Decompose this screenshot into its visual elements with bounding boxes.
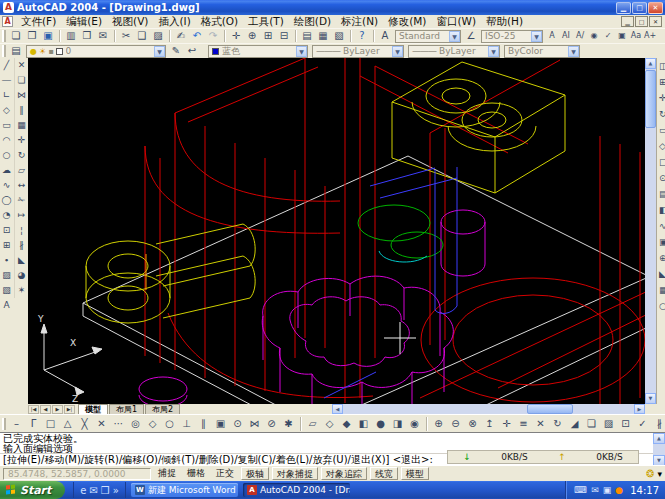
dock-icon-11[interactable]: ∿ bbox=[657, 218, 665, 234]
drawing-canvas[interactable]: Y X Z bbox=[28, 58, 645, 404]
dock-icon-12[interactable]: ▣ bbox=[657, 234, 665, 250]
publish-icon[interactable]: ✉ bbox=[95, 29, 111, 43]
menu-help[interactable]: 帮助(H) bbox=[481, 15, 528, 27]
new-icon[interactable]: ❏ bbox=[8, 29, 24, 43]
spline-icon[interactable]: ∿ bbox=[0, 178, 13, 193]
arc-icon[interactable]: ◠ bbox=[0, 133, 13, 148]
make-block-icon[interactable]: ⊞ bbox=[0, 238, 13, 253]
combo-arrow-icon[interactable]: ▼ bbox=[449, 31, 460, 42]
menu-draw[interactable]: 绘图(D) bbox=[289, 15, 336, 27]
tab-next-button[interactable]: ▶ bbox=[52, 405, 63, 414]
gouraud-edges-icon[interactable]: ◉ bbox=[406, 416, 423, 432]
mtext-icon[interactable]: A bbox=[545, 29, 559, 43]
separate-icon[interactable]: ∦ bbox=[651, 416, 665, 432]
hidden-icon[interactable]: ◆ bbox=[338, 416, 355, 432]
keyboard-icon[interactable]: ⌨ bbox=[574, 485, 587, 495]
move-faces-icon[interactable]: ✛ bbox=[498, 416, 515, 432]
communication-center-icon[interactable]: ❂ bbox=[646, 468, 654, 479]
mdi-close-button[interactable]: ✕ bbox=[649, 16, 662, 27]
snap-insert-icon[interactable]: ▣ bbox=[212, 416, 229, 432]
dock-icon-16[interactable]: ○ bbox=[657, 298, 665, 314]
break-at-point-icon[interactable]: ¦ bbox=[15, 223, 28, 238]
toggle-otrack[interactable]: 对象追踪 bbox=[321, 467, 367, 480]
ellipse-icon[interactable]: ◯ bbox=[0, 193, 13, 208]
linetype-combo[interactable]: ——— ByLayer ▼ bbox=[312, 45, 404, 58]
snap-tangent-icon[interactable]: ○ bbox=[161, 416, 178, 432]
alert-icon[interactable]: ● bbox=[615, 485, 623, 495]
layer-previous-icon[interactable]: ↩ bbox=[184, 44, 200, 58]
status-menu-arrow-icon[interactable]: ▾ bbox=[657, 469, 662, 479]
toggle-polar[interactable]: 极轴 bbox=[241, 467, 269, 480]
spell-check-icon[interactable]: ✓ bbox=[601, 29, 615, 43]
snap-parallel-icon[interactable]: ∥ bbox=[195, 416, 212, 432]
osnap-settings-icon[interactable]: ✱ bbox=[280, 416, 297, 432]
text-style-combo[interactable]: Standard ▼ bbox=[395, 30, 461, 43]
dock-icon-10[interactable]: ◧ bbox=[657, 202, 665, 218]
zoom-realtime-icon[interactable]: ⊕ bbox=[244, 29, 260, 43]
display-icon[interactable]: ▣ bbox=[603, 485, 612, 495]
dim-style-icon[interactable]: ∠ bbox=[463, 29, 479, 43]
horizontal-scrollbar[interactable]: ◀ ▶ bbox=[332, 404, 645, 414]
tab-layout1[interactable]: 布局1 bbox=[109, 404, 144, 414]
open-icon[interactable]: ❐ bbox=[24, 29, 40, 43]
dock-icon-15[interactable]: ▦ bbox=[657, 282, 665, 298]
wireframe-red-part[interactable] bbox=[145, 58, 645, 404]
snap-none-icon[interactable]: ⊘ bbox=[263, 416, 280, 432]
plot-preview-icon[interactable]: ❒ bbox=[79, 29, 95, 43]
tab-model[interactable]: 模型 bbox=[78, 404, 108, 414]
chevron-icon[interactable]: » bbox=[113, 485, 119, 496]
dock-icon-4[interactable]: ↻ bbox=[657, 106, 665, 122]
scale-icon[interactable]: ▱ bbox=[15, 163, 28, 178]
dock-icon-7[interactable]: □ bbox=[657, 154, 665, 170]
single-line-text-icon[interactable]: AI bbox=[559, 29, 573, 43]
color-combo[interactable]: 蓝色 ▼ bbox=[208, 45, 308, 58]
tab-layout2[interactable]: 布局2 bbox=[145, 404, 180, 414]
mail-icon[interactable]: ✉ bbox=[89, 485, 97, 496]
paste-icon[interactable]: ▨ bbox=[150, 29, 166, 43]
redo-icon[interactable]: ↷ bbox=[205, 29, 221, 43]
titlebar[interactable]: A AutoCAD 2004 - [Drawing1.dwg] ▁ □ ✕ bbox=[0, 0, 665, 15]
menu-format[interactable]: 格式(O) bbox=[196, 15, 243, 27]
ellipse-arc-icon[interactable]: ◔ bbox=[0, 208, 13, 223]
dock-icon-6[interactable]: ◇ bbox=[657, 138, 665, 154]
color-faces-icon[interactable]: ▨ bbox=[600, 416, 617, 432]
tab-prev-button[interactable]: ◀ bbox=[40, 405, 51, 414]
clean-icon[interactable]: ✓ bbox=[634, 416, 651, 432]
toggle-osnap[interactable]: 对象捕捉 bbox=[272, 467, 318, 480]
wireframe-3d-icon[interactable]: ◇ bbox=[321, 416, 338, 432]
tool-palettes-icon[interactable]: ▧ bbox=[331, 29, 347, 43]
command-scrollbar[interactable]: ▲ ▼ bbox=[653, 433, 665, 466]
vertical-scrollbar[interactable]: ▲ ▼ bbox=[645, 58, 656, 404]
layer-manager-icon[interactable]: ▤ bbox=[8, 44, 24, 58]
menu-window[interactable]: 窗口(W) bbox=[431, 15, 481, 27]
copy-faces-icon[interactable]: ❏ bbox=[583, 416, 600, 432]
close-button[interactable]: ✕ bbox=[648, 2, 663, 14]
restore-button[interactable]: □ bbox=[632, 2, 647, 14]
menu-modify[interactable]: 修改(M) bbox=[383, 15, 431, 27]
insert-block-icon[interactable]: ⊡ bbox=[0, 223, 13, 238]
gouraud-shaded-icon[interactable]: ● bbox=[372, 416, 389, 432]
properties-icon[interactable]: ▤ bbox=[299, 29, 315, 43]
combo-arrow-icon[interactable]: ▼ bbox=[296, 46, 307, 57]
stretch-icon[interactable]: ↔ bbox=[15, 178, 28, 193]
plot-icon[interactable]: ▥ bbox=[63, 29, 79, 43]
plotstyle-combo[interactable]: ByColor ▼ bbox=[504, 45, 580, 58]
region-icon[interactable]: ▧ bbox=[0, 283, 13, 298]
zoom-previous-icon[interactable]: ⊟ bbox=[276, 29, 292, 43]
mdi-restore-button[interactable]: □ bbox=[635, 16, 648, 27]
flat-shaded-icon[interactable]: ◧ bbox=[355, 416, 372, 432]
rotate-icon[interactable]: ↻ bbox=[15, 148, 28, 163]
dock-icon-9[interactable]: ▤ bbox=[657, 186, 665, 202]
intersect-icon[interactable]: ⊗ bbox=[464, 416, 481, 432]
delete-faces-icon[interactable]: ✕ bbox=[532, 416, 549, 432]
undo-icon[interactable]: ↶ bbox=[189, 29, 205, 43]
snap-intersection-icon[interactable]: ╳ bbox=[76, 416, 93, 432]
minimize-button[interactable]: ▁ bbox=[616, 2, 631, 14]
dock-icon-2[interactable]: ⊞ bbox=[657, 74, 665, 90]
offset-faces-icon[interactable]: ≡ bbox=[515, 416, 532, 432]
wireframe-blue-box[interactable] bbox=[324, 167, 457, 398]
circle-icon[interactable]: ○ bbox=[0, 148, 13, 163]
combo-arrow-icon[interactable]: ▼ bbox=[488, 46, 499, 57]
mtext-draw-icon[interactable]: A bbox=[0, 298, 13, 313]
menu-tools[interactable]: 工具(T) bbox=[243, 15, 289, 27]
